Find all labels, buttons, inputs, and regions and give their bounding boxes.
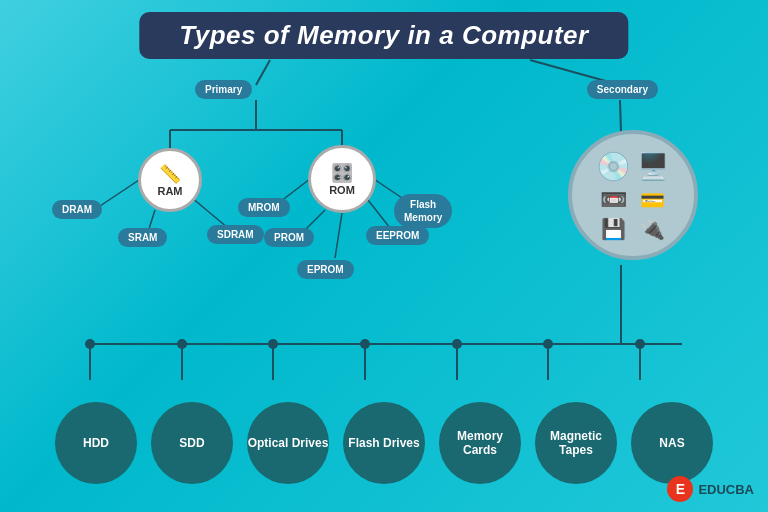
educba-icon: E <box>667 476 693 502</box>
ssd-icon: 💾 <box>601 217 626 241</box>
nas-circle: NAS <box>631 402 713 484</box>
flash-drives-circle: Flash Drives <box>343 402 425 484</box>
prom-node: PROM <box>264 228 314 247</box>
hdd-circle: HDD <box>55 402 137 484</box>
magnetic-tapes-circle: Magnetic Tapes <box>535 402 617 484</box>
eeprom-node: EEPROM <box>366 226 429 245</box>
secondary-circle: 💿 🖥️ 📼 💳 💾 🔌 <box>568 130 698 260</box>
title-box: Types of Memory in a Computer <box>139 12 628 59</box>
primary-label: Primary <box>195 80 252 99</box>
svg-line-0 <box>256 60 270 85</box>
rom-icon: 🎛️ <box>331 162 353 184</box>
memory-cards-circle: Memory Cards <box>439 402 521 484</box>
secondary-label: Secondary <box>587 80 658 99</box>
storage-icon: 🖥️ <box>637 151 669 182</box>
mrom-node: MROM <box>238 198 290 217</box>
rom-circle: 🎛️ ROM <box>308 145 376 213</box>
dram-node: DRAM <box>52 200 102 219</box>
svg-line-12 <box>335 213 342 258</box>
hdd-icon: 💿 <box>596 150 631 183</box>
svg-point-27 <box>268 339 278 349</box>
svg-line-15 <box>620 100 621 133</box>
svg-line-13 <box>368 200 390 228</box>
flash-node: FlashMemory <box>394 194 452 228</box>
sdd-circle: SDD <box>151 402 233 484</box>
svg-point-26 <box>177 339 187 349</box>
eprom-node: EPROM <box>297 260 354 279</box>
svg-point-30 <box>543 339 553 349</box>
sram-node: SRAM <box>118 228 167 247</box>
svg-point-25 <box>85 339 95 349</box>
usb-icon: 🔌 <box>640 217 665 241</box>
card-icon: 💳 <box>640 188 665 212</box>
ram-icon: 📏 <box>159 163 181 185</box>
tape-icon: 📼 <box>600 187 627 213</box>
bottom-row: HDD SDD Optical Drives Flash Drives Memo… <box>0 402 768 484</box>
svg-point-28 <box>360 339 370 349</box>
rom-label: ROM <box>329 184 355 196</box>
educba-logo: E EDUCBA <box>667 476 754 502</box>
educba-text: EDUCBA <box>698 482 754 497</box>
ram-circle: 📏 RAM <box>138 148 202 212</box>
svg-point-29 <box>452 339 462 349</box>
sdram-node: SDRAM <box>207 225 264 244</box>
svg-line-7 <box>100 178 142 206</box>
svg-line-11 <box>305 210 325 230</box>
optical-drives-circle: Optical Drives <box>247 402 329 484</box>
svg-point-31 <box>635 339 645 349</box>
page-title: Types of Memory in a Computer <box>179 20 588 51</box>
ram-label: RAM <box>157 185 182 197</box>
